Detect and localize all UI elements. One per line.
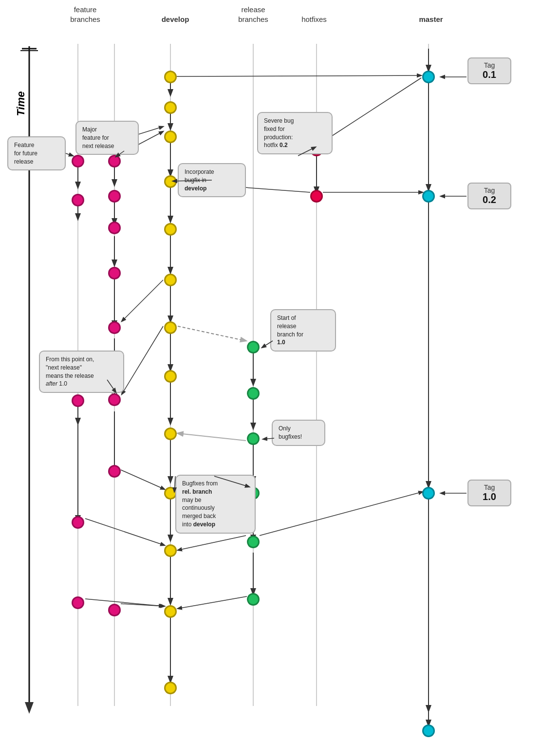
svg-line-38 [122, 326, 163, 394]
feature2-node-7 [108, 465, 121, 478]
svg-line-63 [66, 153, 73, 156]
release-node-3 [247, 432, 260, 445]
tag-version-02: 0.2 [475, 194, 504, 205]
callout-incorporate-bugfix: Incorporatebugfix indevelop [178, 163, 246, 197]
svg-line-57 [178, 596, 247, 609]
callout-only-bugfixes: Onlybugfixes! [272, 420, 325, 446]
svg-line-47 [178, 326, 246, 341]
feature2-node-6 [108, 393, 121, 406]
feature1-node-4 [72, 516, 84, 529]
callout-bugfixes-from-rel: Bugfixes fromrel. branchmay becontinuous… [175, 475, 256, 534]
svg-line-37 [122, 280, 163, 321]
svg-line-41 [121, 604, 165, 606]
tag-label-02: Tag [475, 186, 504, 194]
header-develop: develop [156, 15, 195, 24]
header-feature-branches: featurebranches [58, 5, 112, 24]
callout-start-release: Start ofreleasebranch for1.0 [270, 309, 336, 352]
svg-line-55 [178, 536, 246, 550]
svg-line-42 [85, 599, 163, 606]
diagram-container: featurebranches develop releasebranches … [0, 0, 560, 742]
callout-from-this-point: From this point on,"next release"means t… [39, 351, 124, 393]
master-node-bottom [422, 724, 435, 737]
tag-box-10: Tag 1.0 [467, 480, 511, 506]
develop-node-7 [164, 321, 177, 334]
develop-node-12 [164, 605, 177, 618]
feature1-node-2 [72, 194, 84, 206]
master-node-02 [422, 190, 435, 203]
develop-node-9 [164, 427, 177, 440]
feature2-node-4 [108, 267, 121, 279]
header-release-branches: releasebranches [226, 5, 280, 24]
callout-major-feature: Majorfeature fornext release [75, 121, 139, 155]
svg-line-52 [260, 492, 423, 536]
svg-line-58 [177, 75, 421, 76]
develop-node-5 [164, 223, 177, 236]
tag-box-02: Tag 0.2 [467, 183, 511, 209]
feature2-node-8 [108, 604, 121, 616]
svg-line-53 [178, 433, 246, 441]
develop-node-13 [164, 682, 177, 694]
develop-node-6 [164, 274, 177, 286]
master-node-10 [422, 487, 435, 500]
develop-node-2 [164, 101, 177, 114]
svg-line-39 [121, 470, 165, 489]
feature2-node-3 [108, 222, 121, 234]
release-node-2 [247, 387, 260, 400]
header-hotfixes: hotfixes [295, 15, 334, 24]
feature1-node-5 [72, 596, 84, 609]
header-master: master [411, 15, 450, 24]
feature1-node-1 [72, 155, 84, 167]
develop-node-11 [164, 544, 177, 557]
feature1-node-3 [72, 394, 84, 407]
release-node-5 [247, 536, 260, 548]
tag-version-10: 1.0 [475, 491, 504, 502]
develop-node-8 [164, 370, 177, 383]
hotfix-node-2 [310, 190, 323, 203]
tag-version-01: 0.1 [475, 69, 504, 80]
release-node-1 [247, 341, 260, 353]
callout-feature-future: Featurefor futurerelease [7, 136, 66, 170]
callout-severe-bug: Severe bugfixed forproduction:hotfix 0.2 [257, 112, 333, 154]
develop-node-4 [164, 175, 177, 188]
time-label: Time [15, 92, 27, 116]
tag-box-01: Tag 0.1 [467, 57, 511, 84]
release-node-6 [247, 593, 260, 606]
tag-label-10: Tag [475, 483, 504, 491]
feature2-node-5 [108, 321, 121, 334]
develop-node-1 [164, 71, 177, 83]
tag-label-01: Tag [475, 61, 504, 69]
master-node-01 [422, 71, 435, 83]
svg-line-40 [85, 519, 165, 545]
develop-node-3 [164, 130, 177, 143]
feature2-node-2 [108, 190, 121, 203]
feature2-node-1 [108, 155, 121, 167]
svg-line-43 [324, 78, 421, 141]
